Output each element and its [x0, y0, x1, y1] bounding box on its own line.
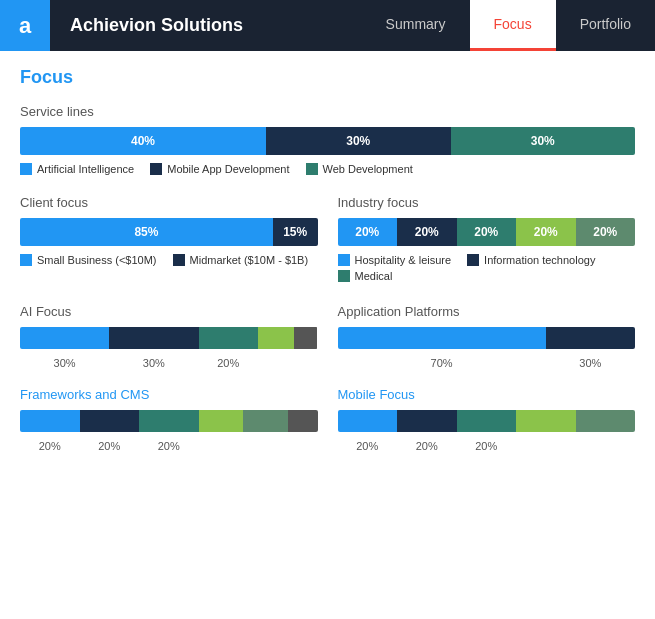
nav: Summary Focus Portfolio [362, 0, 655, 51]
frameworks-mobile-row: Frameworks and CMS 20% 20% 20% Mobile Fo… [20, 387, 635, 460]
frameworks-bar [20, 410, 318, 432]
client-focus-legend: Small Business (<$10M) Midmarket ($10M -… [20, 254, 318, 266]
mob-seg-0 [338, 410, 398, 432]
legend-mobile: Mobile App Development [150, 163, 289, 175]
fw-seg-3 [199, 410, 244, 432]
mobile-focus-section: Mobile Focus 20% 20% 20% [338, 387, 636, 460]
legend-web-color [306, 163, 318, 175]
legend-infotech: Information technology [467, 254, 595, 266]
company-name: Achievion Solutions [50, 15, 362, 36]
service-lines-bar: 40% 30% 30% [20, 127, 635, 155]
industry-focus-legend: Hospitality & leisure Information techno… [338, 254, 636, 282]
legend-ai-label: Artificial Intelligence [37, 163, 134, 175]
ai-label-2: 20% [199, 357, 259, 369]
fw-seg-2 [139, 410, 199, 432]
ai-seg-3 [258, 327, 294, 349]
legend-mobile-color [150, 163, 162, 175]
app-platforms-bar [338, 327, 636, 349]
service-lines-title: Service lines [20, 104, 635, 119]
ai-app-row: AI Focus 30% 30% 20% Application Platfor… [20, 304, 635, 377]
ai-seg-2 [199, 327, 259, 349]
bar-seg-0: 40% [20, 127, 266, 155]
app-seg-1 [546, 327, 635, 349]
legend-small-biz-label: Small Business (<$10M) [37, 254, 157, 266]
app-label-1: 30% [546, 357, 635, 369]
mob-seg-4 [576, 410, 636, 432]
focus-row: Client focus 85% 15% Small Business (<$1… [20, 195, 635, 288]
frameworks-section: Frameworks and CMS 20% 20% 20% [20, 387, 318, 460]
app-platforms-section: Application Platforms 70% 30% [338, 304, 636, 377]
mob-seg-1 [397, 410, 457, 432]
main-content: Focus Service lines 40% 30% 30% Artifici… [0, 51, 655, 476]
ai-focus-bar [20, 327, 318, 349]
fw-label-0: 20% [20, 440, 80, 452]
legend-infotech-label: Information technology [484, 254, 595, 266]
ind-seg-4: 20% [576, 218, 636, 246]
ind-seg-0: 20% [338, 218, 398, 246]
mobile-focus-bar [338, 410, 636, 432]
legend-midmarket-color [173, 254, 185, 266]
ai-focus-labels: 30% 30% 20% [20, 357, 318, 369]
legend-small-biz-color [20, 254, 32, 266]
bar-seg-1: 30% [266, 127, 451, 155]
client-focus-title: Client focus [20, 195, 318, 210]
app-seg-0 [338, 327, 546, 349]
mob-label-0: 20% [338, 440, 398, 452]
legend-infotech-color [467, 254, 479, 266]
mobile-focus-title: Mobile Focus [338, 387, 636, 402]
ai-focus-title: AI Focus [20, 304, 318, 319]
fw-seg-5 [288, 410, 318, 432]
app-platforms-title: Application Platforms [338, 304, 636, 319]
logo: a [0, 0, 50, 51]
industry-focus-bar: 20% 20% 20% 20% 20% [338, 218, 636, 246]
legend-medical-label: Medical [355, 270, 393, 282]
frameworks-title: Frameworks and CMS [20, 387, 318, 402]
ai-label-1: 30% [109, 357, 198, 369]
header: a Achievion Solutions Summary Focus Port… [0, 0, 655, 51]
ai-focus-section: AI Focus 30% 30% 20% [20, 304, 318, 377]
fw-seg-0 [20, 410, 80, 432]
mobile-focus-labels: 20% 20% 20% [338, 440, 636, 452]
industry-focus-section: Industry focus 20% 20% 20% 20% 20% Hospi… [338, 195, 636, 288]
ind-seg-2: 20% [457, 218, 517, 246]
ai-seg-4 [294, 327, 318, 349]
client-seg-1: 15% [273, 218, 318, 246]
mob-label-1: 20% [397, 440, 457, 452]
app-label-0: 70% [338, 357, 546, 369]
ind-seg-3: 20% [516, 218, 576, 246]
legend-medical: Medical [338, 270, 393, 282]
client-seg-0: 85% [20, 218, 273, 246]
app-platforms-labels: 70% 30% [338, 357, 636, 369]
ai-seg-1 [109, 327, 198, 349]
legend-hospitality-color [338, 254, 350, 266]
legend-medical-color [338, 270, 350, 282]
page-title: Focus [20, 67, 635, 88]
nav-tab-focus[interactable]: Focus [470, 0, 556, 51]
legend-ai-color [20, 163, 32, 175]
logo-text: a [19, 13, 31, 39]
nav-tab-summary[interactable]: Summary [362, 0, 470, 51]
legend-midmarket: Midmarket ($10M - $1B) [173, 254, 309, 266]
mob-seg-2 [457, 410, 517, 432]
ind-seg-1: 20% [397, 218, 457, 246]
fw-label-1: 20% [80, 440, 140, 452]
legend-midmarket-label: Midmarket ($10M - $1B) [190, 254, 309, 266]
frameworks-labels: 20% 20% 20% [20, 440, 318, 452]
legend-ai: Artificial Intelligence [20, 163, 134, 175]
legend-small-biz: Small Business (<$10M) [20, 254, 157, 266]
mob-label-2: 20% [457, 440, 517, 452]
fw-seg-1 [80, 410, 140, 432]
legend-hospitality: Hospitality & leisure [338, 254, 452, 266]
mob-seg-3 [516, 410, 576, 432]
fw-seg-4 [243, 410, 288, 432]
service-lines-section: Service lines 40% 30% 30% Artificial Int… [20, 104, 635, 175]
client-focus-section: Client focus 85% 15% Small Business (<$1… [20, 195, 318, 288]
client-focus-bar: 85% 15% [20, 218, 318, 246]
legend-web-label: Web Development [323, 163, 413, 175]
nav-tab-portfolio[interactable]: Portfolio [556, 0, 655, 51]
legend-hospitality-label: Hospitality & leisure [355, 254, 452, 266]
industry-focus-title: Industry focus [338, 195, 636, 210]
legend-mobile-label: Mobile App Development [167, 163, 289, 175]
ai-seg-0 [20, 327, 109, 349]
bar-seg-2: 30% [451, 127, 636, 155]
